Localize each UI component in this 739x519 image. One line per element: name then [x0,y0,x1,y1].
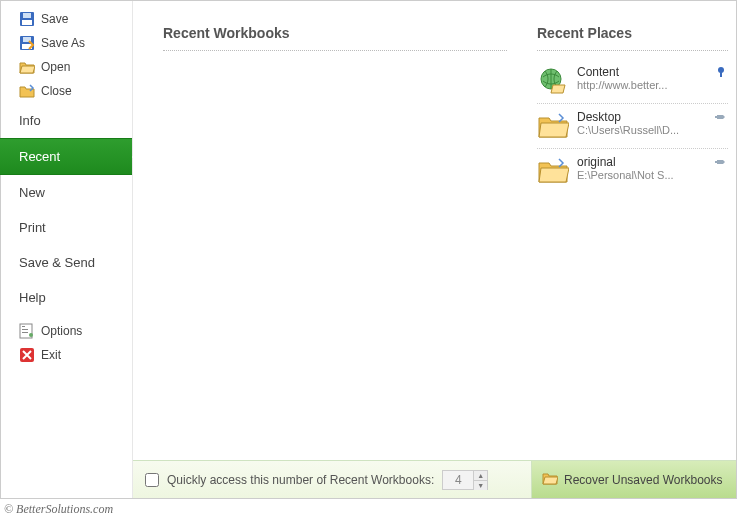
sidebar-item-label: Save [41,12,68,26]
exit-icon [19,347,35,363]
svg-rect-14 [720,72,722,77]
pin-icon[interactable] [714,110,728,124]
sidebar-categories: Info Recent New Print Save & Send Help [1,103,132,315]
pin-icon[interactable] [714,65,728,79]
quick-access-checkbox[interactable] [145,473,159,487]
quick-access-label: Quickly access this number of Recent Wor… [167,473,434,487]
sidebar-item-label: Close [41,84,72,98]
divider [537,47,728,51]
place-item[interactable]: Content http://www.better... [537,59,728,104]
spinner-down[interactable]: ▼ [474,481,487,490]
place-name: Content [577,65,706,79]
sidebar-item-new[interactable]: New [1,175,132,210]
svg-rect-16 [715,161,718,163]
place-path: E:\Personal\Not S... [577,169,697,181]
sidebar-item-info[interactable]: Info [1,103,132,138]
sidebar-item-open[interactable]: Open [1,55,132,79]
svg-rect-8 [22,329,28,330]
open-icon [19,59,35,75]
saveas-icon [19,35,35,51]
sidebar-item-close[interactable]: Close [1,79,132,103]
place-path: http://www.better... [577,79,697,91]
pin-icon[interactable] [714,155,728,169]
folder-icon [537,155,569,187]
sidebar-item-save-as[interactable]: Save As [1,31,132,55]
sidebar-item-recent[interactable]: Recent [1,138,132,175]
place-name: original [577,155,706,169]
place-item[interactable]: Desktop C:\Users\Russell\D... [537,104,728,149]
recent-workbooks-panel: Recent Workbooks [133,1,531,460]
place-item[interactable]: original E:\Personal\Not S... [537,149,728,193]
svg-point-10 [29,333,33,337]
sidebar-item-options[interactable]: Options [1,319,132,343]
recover-label: Recover Unsaved Workbooks [564,473,723,487]
sidebar-item-exit[interactable]: Exit [1,343,132,367]
save-icon [19,11,35,27]
svg-rect-2 [23,13,31,18]
recent-workbooks-title: Recent Workbooks [163,25,507,41]
watermark: © BetterSolutions.com [4,502,113,517]
sidebar-item-help[interactable]: Help [1,280,132,315]
sidebar-item-label: Exit [41,348,61,362]
close-icon [19,83,35,99]
recover-icon [542,470,558,489]
sidebar-item-save[interactable]: Save [1,7,132,31]
divider [163,47,507,51]
quick-access-section: Quickly access this number of Recent Wor… [133,461,531,498]
svg-rect-1 [22,20,32,25]
sidebar-item-save-send[interactable]: Save & Send [1,245,132,280]
sidebar-footer-actions: Options Exit [1,319,132,367]
sidebar: Save Save As Open Close [1,1,133,498]
spinner-up[interactable]: ▲ [474,471,487,481]
svg-rect-9 [22,332,28,333]
place-name: Desktop [577,110,706,124]
sidebar-item-label: Open [41,60,70,74]
globe-folder-icon [537,65,569,97]
backstage-view: Save Save As Open Close [0,0,737,499]
quick-access-value[interactable] [443,471,473,489]
place-path: C:\Users\Russell\D... [577,124,697,136]
recent-content: Recent Workbooks Recent Places Content h… [133,1,736,460]
sidebar-item-label: Options [41,324,82,338]
spinner-buttons[interactable]: ▲▼ [473,471,487,489]
recent-places-panel: Recent Places Content http://www.better.… [531,1,736,460]
footer-bar: Quickly access this number of Recent Wor… [133,460,736,498]
sidebar-quick-actions: Save Save As Open Close [1,7,132,103]
sidebar-item-print[interactable]: Print [1,210,132,245]
folder-icon [537,110,569,142]
main-area: Recent Workbooks Recent Places Content h… [133,1,736,498]
svg-rect-15 [715,116,718,118]
recover-unsaved-button[interactable]: Recover Unsaved Workbooks [531,461,736,498]
options-icon [19,323,35,339]
svg-rect-7 [22,326,25,327]
quick-access-spinner[interactable]: ▲▼ [442,470,488,490]
recent-places-title: Recent Places [537,25,728,41]
sidebar-item-label: Save As [41,36,85,50]
